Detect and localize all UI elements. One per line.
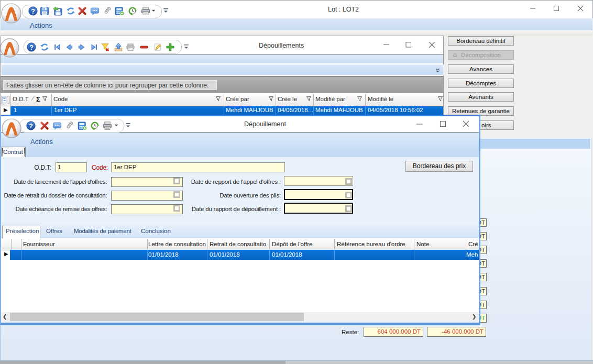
svg-text:?: ? [29, 44, 34, 51]
svg-text:?: ? [31, 8, 35, 15]
svg-text:?: ? [29, 123, 33, 130]
